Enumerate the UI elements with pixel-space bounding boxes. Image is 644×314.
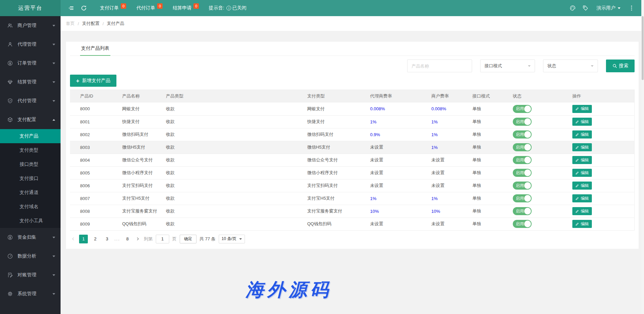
- sidebar-subitem[interactable]: 支付小工具: [0, 214, 61, 228]
- status-toggle[interactable]: 启用: [513, 207, 532, 215]
- status-toggle[interactable]: 启用: [513, 130, 532, 139]
- product-name-input[interactable]: [407, 60, 472, 72]
- cell-product-id: 8001: [70, 115, 122, 128]
- tag-button[interactable]: [579, 0, 592, 16]
- confirm-page-button[interactable]: 确定: [180, 235, 196, 243]
- sidebar-subitem[interactable]: 支付域名: [0, 200, 61, 214]
- sidebar-item[interactable]: 订单管理: [0, 54, 61, 73]
- toggle-knob: [524, 106, 531, 112]
- interface-mode-select[interactable]: 接口模式: [480, 60, 535, 72]
- page-number-button[interactable]: 2: [91, 235, 100, 243]
- sidebar-item[interactable]: 数据分析: [0, 247, 61, 266]
- pencil-icon: [575, 171, 579, 175]
- sidebar-item[interactable]: 代付管理: [0, 91, 61, 110]
- pencil-icon: [575, 120, 579, 124]
- edit-button[interactable]: 编辑: [572, 194, 592, 202]
- edit-button[interactable]: 编辑: [572, 207, 592, 215]
- collapse-sidebar-button[interactable]: [65, 0, 77, 16]
- agent-rate-value[interactable]: 10%: [370, 209, 379, 214]
- merchant-rate-value[interactable]: 1%: [431, 132, 438, 137]
- agent-rate-value[interactable]: 0.008%: [370, 106, 385, 111]
- pagination: 1 2 3 ... 8 到第 页 确定 共 77 条 10 条/页: [70, 235, 635, 243]
- cell-actions: 编辑: [572, 179, 635, 192]
- edit-button[interactable]: 编辑: [572, 182, 592, 190]
- per-page-select[interactable]: 10 条/页: [219, 235, 245, 243]
- sidebar-subitem[interactable]: 支付类型: [0, 143, 61, 157]
- edit-button[interactable]: 编辑: [572, 220, 592, 228]
- scrollbar-thumb[interactable]: [642, 16, 644, 80]
- theme-button[interactable]: [566, 0, 579, 16]
- agent-rate-value[interactable]: 0.9%: [370, 132, 380, 137]
- sound-status[interactable]: 提示音: i 已关闭: [209, 5, 246, 11]
- scrollbar[interactable]: [641, 0, 644, 314]
- table-row: 8003 微信H5支付 收款 微信H5支付 未设置 1% 单独 启用 编辑: [70, 141, 635, 154]
- cell-product-id: 8008: [70, 205, 122, 218]
- merchant-rate-value[interactable]: 0.008%: [431, 106, 446, 111]
- agent-rate-value[interactable]: 1%: [370, 196, 377, 201]
- sidebar-subitem[interactable]: 支付产品: [0, 129, 61, 143]
- tab-payment-product-list[interactable]: 支付产品列表: [80, 42, 110, 56]
- edit-button[interactable]: 编辑: [572, 105, 592, 113]
- interface-mode-select-value: 接口模式: [485, 63, 502, 69]
- goto-page-input[interactable]: [156, 235, 169, 243]
- topnav-item[interactable]: 支付订单 0: [95, 0, 131, 16]
- status-toggle[interactable]: 启用: [513, 143, 532, 151]
- status-toggle[interactable]: 启用: [513, 194, 532, 202]
- sidebar-item[interactable]: 商户管理: [0, 16, 61, 35]
- merchant-rate-value[interactable]: 1%: [431, 119, 438, 124]
- refresh-button[interactable]: [77, 0, 90, 16]
- edit-button-label: 编辑: [581, 132, 589, 138]
- add-payment-product-button[interactable]: + 新增支付产品: [70, 75, 116, 87]
- page-unit-label: 页: [172, 236, 177, 242]
- merchant-rate-value[interactable]: 1%: [431, 196, 438, 201]
- page-number-button[interactable]: 3: [103, 235, 111, 243]
- sidebar-item[interactable]: 对账管理: [0, 266, 61, 284]
- user-menu[interactable]: 演示用户: [592, 0, 625, 16]
- status-toggle[interactable]: 启用: [513, 169, 532, 177]
- column-header-merchant-rate: 商户费率: [431, 89, 472, 103]
- sidebar-subitem[interactable]: 支付通道: [0, 186, 61, 200]
- more-menu-button[interactable]: [625, 0, 638, 16]
- sidebar-item[interactable]: 代理管理: [0, 35, 61, 54]
- edit-button[interactable]: 编辑: [572, 156, 592, 164]
- sidebar-item[interactable]: 资金归集: [0, 228, 61, 247]
- sidebar-item[interactable]: 支付配置: [0, 110, 61, 129]
- page-number-button[interactable]: 1: [79, 235, 88, 243]
- sidebar-item[interactable]: 系统管理: [0, 284, 61, 303]
- status-select[interactable]: 状态: [543, 60, 598, 72]
- topnav-item[interactable]: 代付订单 0: [131, 0, 168, 16]
- breadcrumb-home[interactable]: 首页: [66, 21, 75, 27]
- pencil-icon: [575, 107, 579, 111]
- edit-button[interactable]: 编辑: [572, 118, 592, 126]
- cell-pay-type: 微信小程序支付: [307, 166, 370, 179]
- topnav-item-badge: 0: [193, 3, 199, 9]
- search-button[interactable]: 搜索: [606, 60, 635, 72]
- topnav-item[interactable]: 结算申请 0: [168, 0, 204, 16]
- edit-button[interactable]: 编辑: [572, 130, 592, 139]
- agent-rate-value[interactable]: 1%: [370, 119, 377, 124]
- cell-actions: 编辑: [572, 115, 635, 128]
- sidebar-item[interactable]: 结算管理: [0, 73, 61, 91]
- merchant-rate-value[interactable]: 1%: [431, 145, 438, 150]
- page-number-button[interactable]: 8: [123, 235, 132, 243]
- status-toggle[interactable]: 启用: [513, 220, 532, 228]
- previous-page-button[interactable]: [70, 235, 76, 243]
- cell-product-name: 网银支付: [122, 103, 166, 115]
- cell-agent-rate: 未设置: [370, 179, 431, 192]
- sidebar-subitem[interactable]: 支付接口: [0, 171, 61, 186]
- status-toggle[interactable]: 启用: [513, 182, 532, 190]
- status-toggle-label: 启用: [516, 132, 524, 138]
- next-page-button[interactable]: [135, 235, 141, 243]
- merchant-rate-value[interactable]: 10%: [431, 209, 440, 214]
- agent-rate-value: 未设置: [370, 145, 383, 150]
- status-toggle[interactable]: 启用: [513, 118, 532, 126]
- status-toggle[interactable]: 启用: [513, 156, 532, 164]
- sound-status-text: 已关闭: [232, 5, 246, 11]
- edit-button[interactable]: 编辑: [572, 169, 592, 177]
- status-toggle[interactable]: 启用: [513, 105, 532, 113]
- cell-actions: 编辑: [572, 103, 635, 115]
- sidebar-subitem[interactable]: 接口类型: [0, 157, 61, 171]
- cell-agent-rate: 1%: [370, 115, 431, 128]
- edit-button[interactable]: 编辑: [572, 143, 592, 151]
- breadcrumb-section[interactable]: 支付配置: [82, 21, 100, 27]
